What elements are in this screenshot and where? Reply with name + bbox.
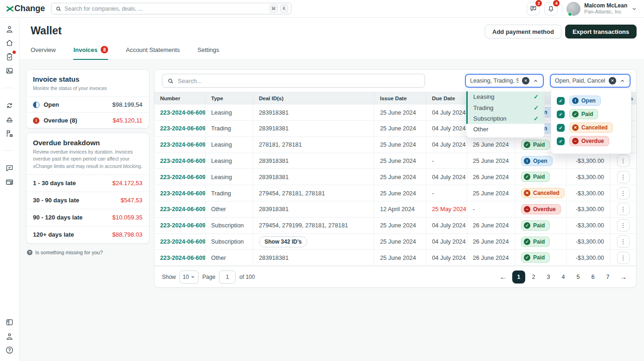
status-option-overdue[interactable]: ✓−Overdue (557, 136, 625, 146)
row-actions-kebab-button[interactable]: ⋮ (617, 219, 630, 232)
status-filter-select[interactable]: Open, Paid, Cancelle... ✕ (550, 74, 631, 88)
page-size-select[interactable]: 10 (180, 271, 199, 284)
column-header-number: Number (155, 92, 206, 104)
paid-icon: ✓ (572, 111, 579, 117)
row-actions-kebab-button[interactable]: ⋮ (617, 235, 630, 248)
exchange-icon (5, 101, 14, 110)
user-menu[interactable]: Malcom McLean Pan-Atlantic, Inc (567, 2, 638, 16)
closed-date-cell: 26 June 2024 (467, 250, 515, 265)
type-filter-clear-icon[interactable]: ✕ (522, 77, 529, 84)
page-button-2[interactable]: 2 (527, 271, 540, 284)
type-option-trading[interactable]: Trading✓ (466, 102, 544, 113)
sidebar-item-chat[interactable] (3, 161, 17, 175)
row-actions-kebab-button[interactable]: ⋮ (617, 171, 630, 183)
invoice-number-link[interactable]: 223-2024-06-609 (160, 206, 206, 213)
invoices-search-input[interactable] (178, 77, 420, 84)
breakdown-value: $24.172,53 (112, 180, 142, 187)
sidebar-item-collapse-panel[interactable] (3, 315, 17, 329)
tab-settings[interactable]: Settings (198, 46, 219, 60)
status-badge-label: Cancelled (533, 190, 560, 196)
sidebar-item-home[interactable] (3, 36, 17, 50)
sidebar-item-payments[interactable] (3, 175, 17, 189)
issue-date-cell: 25 June 2024 (374, 153, 426, 169)
checkbox-checked-icon[interactable]: ✓ (557, 110, 565, 118)
invoice-number-link[interactable]: 223-2024-06-609 (160, 190, 206, 197)
sidebar-item-account[interactable] (3, 329, 17, 343)
row-actions-kebab-button[interactable]: ⋮ (617, 155, 630, 167)
page-button-1[interactable]: 1 (512, 271, 525, 284)
invoices-search[interactable] (162, 74, 425, 88)
show-label: Show (162, 274, 176, 280)
page-button-4[interactable]: 4 (557, 271, 570, 284)
overdue-icon: − (524, 206, 530, 213)
invoice-number-link[interactable]: 223-2024-06-609 (160, 254, 206, 261)
page-button-7[interactable]: 7 (601, 271, 614, 284)
page-button-3[interactable]: 3 (542, 271, 555, 284)
invoice-number-link[interactable]: 223-2024-06-609 (160, 174, 206, 180)
sidebar-item-terminal[interactable] (3, 126, 17, 140)
export-transactions-button[interactable]: Export transactions (565, 25, 637, 39)
missing-feedback-link[interactable]: ? Is something missing for you? (27, 250, 148, 255)
show-deal-ids-button[interactable]: Show 342 ID’s (259, 236, 307, 247)
sidebar-item-contact[interactable] (3, 22, 17, 36)
tab-account-statements[interactable]: Account Statements (126, 46, 180, 60)
status-option-paid[interactable]: ✓✓Paid (557, 109, 625, 119)
brand-logo[interactable]: Change (6, 4, 45, 13)
status-option-cancelled[interactable]: ✓✕Cancelled (557, 122, 625, 133)
row-actions-kebab-button[interactable]: ⋮ (617, 203, 630, 215)
notifications-button[interactable]: 4 (544, 2, 558, 15)
invoice-number-link[interactable]: 223-2024-06-609 (160, 222, 206, 229)
global-search-input[interactable] (64, 6, 267, 12)
notifications-count-badge: 4 (553, 0, 560, 6)
invoice-number-link[interactable]: 223-2024-06-609 (160, 141, 206, 148)
deal-ids-cell: 283918381 (253, 169, 374, 185)
status-badge-paid: ✓Paid (569, 109, 598, 119)
rail-divider (3, 88, 13, 88)
type-option-other[interactable]: Other (466, 124, 544, 135)
closed-date-cell: 26 June 2024 (467, 234, 515, 250)
status-cell: ✓Paid (515, 234, 567, 250)
column-header-type: Type (206, 92, 253, 104)
invoice-number-link[interactable]: 223-2024-06-609 (160, 157, 206, 164)
status-filter-clear-icon[interactable]: ✕ (609, 77, 616, 84)
table-row: 223-2024-06-609SubscriptionShow 342 ID’s… (155, 234, 636, 250)
status-row-value: $98.199,54 (112, 101, 142, 108)
row-actions-kebab-button[interactable]: ⋮ (617, 187, 630, 200)
sidebar-item-help[interactable] (3, 343, 17, 357)
add-payment-method-button[interactable]: Add payment method (485, 25, 561, 39)
tab-overview[interactable]: Overview (31, 46, 56, 60)
messages-button[interactable]: 2 (527, 2, 540, 15)
breakdown-row: 1 - 30 days late$24.172,53 (26, 174, 149, 192)
type-option-subscription[interactable]: Subscription✓ (466, 113, 544, 124)
tab-invoices[interactable]: Invoices8 (73, 46, 108, 60)
invoice-number-link[interactable]: 223-2024-06-609 (160, 238, 206, 245)
status-badge-label: Paid (533, 142, 545, 148)
previous-page-button[interactable]: ← (496, 273, 510, 281)
invoice-number-link[interactable]: 223-2024-06-609 (160, 109, 206, 116)
sidebar-item-gallery[interactable] (3, 64, 17, 77)
next-page-button[interactable]: → (616, 273, 631, 281)
type-option-leasing[interactable]: Leasing✓ (466, 91, 544, 102)
status-option-open[interactable]: ✓!Open (557, 96, 625, 106)
invoice-number-link[interactable]: 223-2024-06-609 (160, 125, 206, 132)
checkbox-checked-icon[interactable]: ✓ (557, 137, 565, 145)
checkbox-checked-icon[interactable]: ✓ (557, 97, 565, 105)
sidebar-item-vessel[interactable] (3, 112, 17, 126)
page-number-input[interactable] (220, 274, 234, 280)
sidebar-item-tasks[interactable] (3, 50, 17, 64)
checkbox-checked-icon[interactable]: ✓ (557, 124, 565, 132)
status-badge-overdue: −Overdue (569, 136, 609, 146)
type-filter-select[interactable]: Leasing, Trading, Subs... ✕ (465, 74, 544, 88)
status-badge-overdue: −Overdue (521, 204, 561, 214)
type-option-label: Leasing (473, 93, 495, 100)
global-search[interactable]: ⌘ K (51, 3, 291, 14)
row-actions-kebab-button[interactable]: ⋮ (617, 251, 630, 264)
due-date-cell: 04 July 2024 (426, 218, 467, 233)
chat-icon (5, 164, 14, 173)
amount-cell: -$3,300.00 (567, 234, 610, 250)
page-button-5[interactable]: 5 (572, 271, 585, 284)
page-button-6[interactable]: 6 (586, 271, 599, 284)
breakdown-row: 120+ days late$88,798.03 (26, 226, 149, 243)
sidebar-item-exchange[interactable] (3, 98, 17, 112)
type-option-label: Subscription (473, 115, 507, 122)
